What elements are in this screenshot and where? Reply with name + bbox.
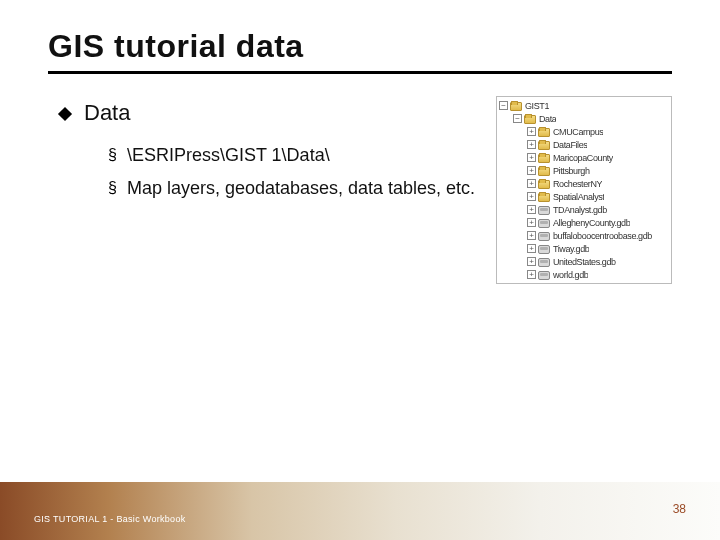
tree-label: RochesterNY xyxy=(553,179,602,189)
tree-item-row: + world.gdb xyxy=(499,268,669,281)
tree-data-row: − Data xyxy=(499,112,669,125)
geodatabase-icon xyxy=(538,271,550,280)
bullet-l2-text: \ESRIPress\GIST 1\Data\ xyxy=(127,144,330,167)
expand-icon: + xyxy=(527,153,536,162)
tree-item-row: + SpatialAnalyst xyxy=(499,190,669,203)
sub-bullet-list: § \ESRIPress\GIST 1\Data\ § Map layers, … xyxy=(108,144,476,201)
tree-item-row: + RochesterNY xyxy=(499,177,669,190)
slide: GIS tutorial data Data § \ESRIPress\GIST… xyxy=(0,0,720,540)
section-bullet-icon: § xyxy=(108,179,117,197)
tree-item-row: + UnitedStates.gdb xyxy=(499,255,669,268)
folder-tree: − GIST1 − Data + CMUCampus xyxy=(496,96,672,284)
footer-text: GIS TUTORIAL 1 - Basic Workbook xyxy=(34,514,186,524)
folder-icon xyxy=(538,141,550,150)
tree-label: Pittsburgh xyxy=(553,166,590,176)
tree-item-row: + buffaloboocentroobase.gdb xyxy=(499,229,669,242)
folder-icon xyxy=(538,167,550,176)
tree-label: buffaloboocentroobase.gdb xyxy=(553,231,652,241)
geodatabase-icon xyxy=(538,245,550,254)
expand-icon: + xyxy=(527,231,536,240)
bullet-level2: § Map layers, geodatabases, data tables,… xyxy=(108,177,476,200)
tree-label: world.gdb xyxy=(553,270,588,280)
tree-label: AlleghenyCounty.gdb xyxy=(553,218,630,228)
tree-item-row: + TDAnalyst.gdb xyxy=(499,203,669,216)
title-wrap: GIS tutorial data xyxy=(0,0,720,74)
folder-icon xyxy=(538,154,550,163)
geodatabase-icon xyxy=(538,232,550,241)
bullet-level1: Data xyxy=(48,100,476,126)
bullet-l1-text: Data xyxy=(84,100,130,126)
tree-label: UnitedStates.gdb xyxy=(553,257,616,267)
tree-root-row: − GIST1 xyxy=(499,99,669,112)
page-number: 38 xyxy=(673,502,686,516)
bullet-level2: § \ESRIPress\GIST 1\Data\ xyxy=(108,144,476,167)
tree-label: Data xyxy=(539,114,556,124)
collapse-icon: − xyxy=(499,101,508,110)
folder-icon xyxy=(524,115,536,124)
text-column: Data § \ESRIPress\GIST 1\Data\ § Map lay… xyxy=(48,92,476,284)
expand-icon: + xyxy=(527,166,536,175)
bullet-l2-text: Map layers, geodatabases, data tables, e… xyxy=(127,177,475,200)
expand-icon: + xyxy=(527,257,536,266)
tree-label: TDAnalyst.gdb xyxy=(553,205,607,215)
tree-item-row: + Tiway.gdb xyxy=(499,242,669,255)
tree-label: GIST1 xyxy=(525,101,549,111)
tree-label: MaricopaCounty xyxy=(553,153,613,163)
collapse-icon: − xyxy=(513,114,522,123)
tree-label: SpatialAnalyst xyxy=(553,192,604,202)
slide-title: GIS tutorial data xyxy=(48,28,672,74)
folder-icon xyxy=(538,193,550,202)
section-bullet-icon: § xyxy=(108,146,117,164)
expand-icon: + xyxy=(527,192,536,201)
diamond-bullet-icon xyxy=(58,107,72,121)
geodatabase-icon xyxy=(538,258,550,267)
folder-icon xyxy=(538,180,550,189)
tree-item-row: + CMUCampus xyxy=(499,125,669,138)
tree-label: Tiway.gdb xyxy=(553,244,589,254)
expand-icon: + xyxy=(527,218,536,227)
footer-band: GIS TUTORIAL 1 - Basic Workbook 38 xyxy=(0,482,720,540)
tree-item-row: + DataFiles xyxy=(499,138,669,151)
tree-label: CMUCampus xyxy=(553,127,603,137)
geodatabase-icon xyxy=(538,206,550,215)
expand-icon: + xyxy=(527,127,536,136)
expand-icon: + xyxy=(527,244,536,253)
slide-body: Data § \ESRIPress\GIST 1\Data\ § Map lay… xyxy=(0,74,720,284)
tree-column: − GIST1 − Data + CMUCampus xyxy=(496,96,672,284)
expand-icon: + xyxy=(527,205,536,214)
tree-item-row: + MaricopaCounty xyxy=(499,151,669,164)
expand-icon: + xyxy=(527,179,536,188)
tree-label: DataFiles xyxy=(553,140,587,150)
tree-item-row: + Pittsburgh xyxy=(499,164,669,177)
folder-icon xyxy=(538,128,550,137)
tree-item-row: + AlleghenyCounty.gdb xyxy=(499,216,669,229)
expand-icon: + xyxy=(527,270,536,279)
expand-icon: + xyxy=(527,140,536,149)
folder-icon xyxy=(510,102,522,111)
geodatabase-icon xyxy=(538,219,550,228)
